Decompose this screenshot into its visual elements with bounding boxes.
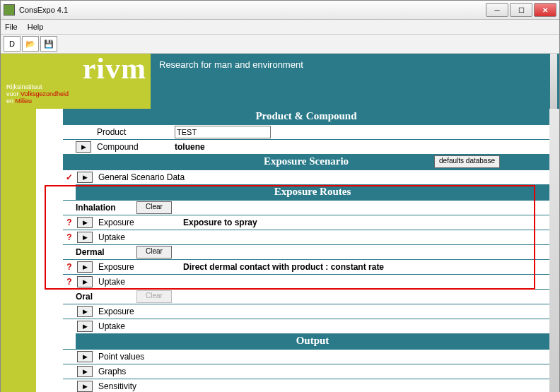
oral-exposure-expand-button[interactable]: ▶ bbox=[77, 306, 93, 317]
dermal-clear-button[interactable]: Clear bbox=[136, 246, 172, 259]
row-dermal-exposure: ? ▶ Exposure Direct dermal contact with … bbox=[63, 259, 549, 274]
graphs-expand-button[interactable]: ▶ bbox=[77, 366, 93, 377]
sensitivity-expand-button[interactable]: ▶ bbox=[77, 381, 93, 392]
window-title: ConsExpo 4.1 bbox=[19, 6, 486, 14]
point-values-label: Point values bbox=[98, 352, 549, 362]
logo-sub2a: voor bbox=[6, 90, 21, 97]
row-product: Product bbox=[63, 124, 549, 139]
window-buttons: ─ ☐ ✕ bbox=[486, 3, 556, 17]
dermal-label: Dermal bbox=[76, 247, 136, 257]
row-general-scenario: ✓ ▶ General Scenario Data bbox=[63, 170, 549, 184]
logo-subtitle: Rijksinstituut voor Volksgezondheid en M… bbox=[6, 83, 69, 105]
inhalation-exposure-expand-button[interactable]: ▶ bbox=[77, 217, 93, 228]
close-button[interactable]: ✕ bbox=[534, 3, 556, 17]
inhalation-exposure-label: Exposure bbox=[98, 218, 183, 227]
save-button[interactable]: 💾 bbox=[40, 36, 57, 52]
inhalation-clear-button[interactable]: Clear bbox=[136, 201, 172, 214]
row-inhalation-uptake: ? ▶ Uptake bbox=[63, 230, 549, 244]
sensitivity-label: Sensitivity bbox=[98, 381, 549, 391]
new-button[interactable]: D bbox=[4, 36, 21, 52]
route-dermal: Dermal Clear bbox=[63, 244, 549, 259]
minimize-button[interactable]: ─ bbox=[486, 3, 508, 17]
dermal-exposure-value: Direct dermal contact with product : con… bbox=[183, 262, 549, 272]
inhalation-exposure-value: Exposure to spray bbox=[183, 218, 549, 227]
section-exposure-scenario-label: Exposure Scenario bbox=[264, 155, 349, 167]
scrollbar[interactable] bbox=[549, 109, 559, 392]
section-exposure-routes: Exposure Routes bbox=[76, 184, 549, 200]
row-oral-exposure: ▶ Exposure bbox=[63, 304, 549, 319]
logo-sub3b: Milieu bbox=[16, 97, 33, 105]
oral-clear-button: Clear bbox=[136, 290, 172, 303]
menu-help[interactable]: Help bbox=[28, 23, 44, 31]
question-icon: ? bbox=[63, 232, 76, 242]
graphs-label: Graphs bbox=[98, 367, 549, 376]
compound-expand-button[interactable]: ▶ bbox=[76, 141, 91, 153]
app-window: ConsExpo 4.1 ─ ☐ ✕ File Help D 📂 💾 rivm … bbox=[0, 0, 560, 392]
main-area: Product & Compound Product ▶ Compound to… bbox=[1, 109, 559, 392]
check-icon: ✓ bbox=[63, 172, 76, 182]
route-oral: Oral Clear bbox=[63, 289, 549, 304]
row-oral-uptake: ▶ Uptake bbox=[63, 319, 549, 333]
logo-text: rivm bbox=[83, 54, 146, 83]
question-icon: ? bbox=[63, 218, 76, 227]
compound-value: toluene bbox=[175, 142, 549, 152]
product-label: Product bbox=[97, 127, 175, 137]
logo-sub1: Rijksinstituut bbox=[6, 83, 42, 90]
row-graphs: ▶ Graphs bbox=[63, 364, 549, 379]
row-dermal-uptake: ? ▶ Uptake bbox=[63, 274, 549, 289]
oral-uptake-expand-button[interactable]: ▶ bbox=[77, 321, 93, 332]
general-scenario-expand-button[interactable]: ▶ bbox=[77, 172, 93, 183]
compound-label: Compound bbox=[97, 142, 175, 152]
row-point-values: ▶ Point values bbox=[63, 349, 549, 364]
tagline-text: Research for man and environment bbox=[159, 59, 303, 70]
logo-sub3a: en bbox=[6, 97, 16, 105]
menubar: File Help bbox=[1, 20, 559, 35]
inhalation-uptake-label: Uptake bbox=[98, 232, 183, 242]
row-inhalation-exposure: ? ▶ Exposure Exposure to spray bbox=[63, 215, 549, 230]
row-compound: ▶ Compound toluene bbox=[63, 139, 549, 154]
open-button[interactable]: 📂 bbox=[22, 36, 39, 52]
inhalation-uptake-expand-button[interactable]: ▶ bbox=[77, 232, 93, 243]
defaults-database-button[interactable]: defaults database bbox=[434, 155, 500, 168]
toolbar: D 📂 💾 bbox=[1, 35, 559, 54]
logo-sub2b: Volksgezondheid bbox=[21, 90, 69, 97]
section-exposure-scenario: Exposure Scenario defaults database bbox=[63, 154, 549, 170]
dermal-uptake-expand-button[interactable]: ▶ bbox=[77, 276, 93, 287]
oral-label: Oral bbox=[76, 292, 136, 302]
content-column: Product & Compound Product ▶ Compound to… bbox=[36, 109, 549, 392]
titlebar: ConsExpo 4.1 ─ ☐ ✕ bbox=[1, 1, 559, 20]
section-output: Output bbox=[76, 333, 549, 349]
logo-block: rivm Rijksinstituut voor Volksgezondheid… bbox=[1, 54, 151, 109]
general-scenario-label: General Scenario Data bbox=[98, 172, 549, 182]
banner-tagline-area: Research for man and environment bbox=[151, 54, 559, 109]
product-input[interactable] bbox=[175, 126, 271, 138]
point-values-expand-button[interactable]: ▶ bbox=[77, 351, 93, 362]
maximize-button[interactable]: ☐ bbox=[510, 3, 532, 17]
section-product-compound: Product & Compound bbox=[63, 109, 549, 124]
dermal-uptake-label: Uptake bbox=[98, 277, 183, 287]
app-icon bbox=[4, 4, 15, 16]
banner: rivm Rijksinstituut voor Volksgezondheid… bbox=[1, 54, 559, 109]
inhalation-label: Inhalation bbox=[76, 203, 136, 213]
question-icon: ? bbox=[63, 277, 76, 287]
row-sensitivity: ▶ Sensitivity bbox=[63, 379, 549, 392]
left-gutter bbox=[1, 109, 36, 392]
dermal-exposure-expand-button[interactable]: ▶ bbox=[77, 261, 93, 273]
oral-exposure-label: Exposure bbox=[98, 307, 183, 316]
oral-uptake-label: Uptake bbox=[98, 321, 183, 331]
menu-file[interactable]: File bbox=[5, 23, 18, 31]
question-icon: ? bbox=[63, 262, 76, 272]
dermal-exposure-label: Exposure bbox=[98, 262, 183, 272]
route-inhalation: Inhalation Clear bbox=[63, 200, 549, 215]
